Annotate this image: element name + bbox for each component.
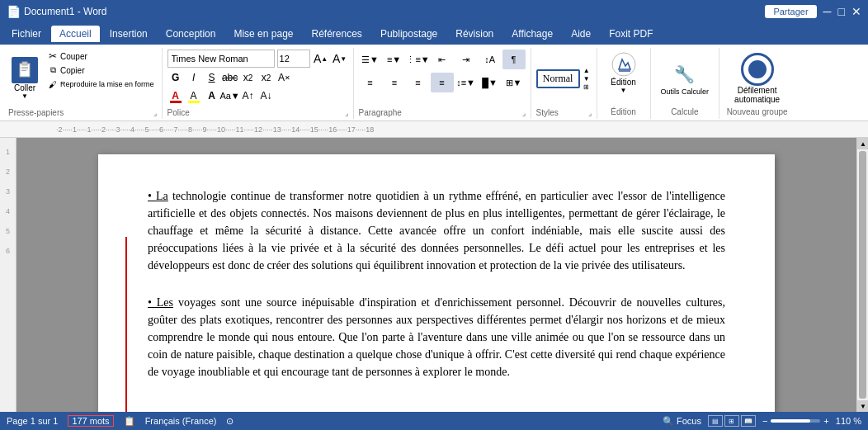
outils-button[interactable]: 🔧 Outils Calculer [656, 59, 715, 97]
menu-revision[interactable]: Révision [447, 26, 502, 42]
track-changes-icon[interactable]: 📋 [124, 416, 135, 427]
paste-icon [12, 57, 38, 83]
cut-label: Couper [60, 52, 87, 61]
pilcrow-button[interactable]: ¶ [502, 50, 526, 69]
font-row1: A▲ A▼ [167, 50, 348, 68]
bold-button[interactable]: G [167, 69, 184, 86]
print-view-button[interactable]: ▤ [708, 415, 723, 427]
highlight-button[interactable]: A [186, 87, 202, 104]
font-size-input[interactable] [277, 50, 310, 68]
copy-icon: ⧉ [47, 64, 59, 76]
superscript-button[interactable]: x2 [258, 69, 275, 86]
edition-icon [611, 51, 637, 78]
sort-button[interactable]: ↕A [479, 50, 502, 69]
text-grow-button[interactable]: A↑ [240, 87, 257, 104]
align-center-button[interactable]: ≡ [383, 73, 406, 92]
zoom-control[interactable]: − + 110 % [762, 416, 861, 426]
window-close[interactable]: ✕ [851, 5, 861, 18]
svg-rect-3 [21, 69, 28, 69]
outils-label: Outils Calculer [661, 87, 710, 96]
menu-references[interactable]: Références [304, 26, 370, 42]
styles-normal[interactable]: Normal [536, 69, 580, 88]
underline-button[interactable]: S [204, 69, 220, 86]
status-bar: Page 1 sur 1 177 mots 📋 Français (France… [0, 412, 868, 430]
edition-label: Édition [611, 78, 636, 87]
cut-icon: ✂ [47, 50, 59, 62]
menu-fichier[interactable]: Fichier [3, 26, 50, 42]
menu-affichage[interactable]: Affichage [503, 26, 561, 42]
menu-publipostage[interactable]: Publipostage [372, 26, 446, 42]
font-expand[interactable]: ⌟ [345, 109, 348, 117]
justify-button[interactable]: ≡ [431, 73, 454, 92]
paste-button[interactable]: Coller ▼ [8, 50, 41, 107]
word-count[interactable]: 177 mots [68, 415, 113, 427]
menu-conception[interactable]: Conception [158, 26, 224, 42]
paste-dropdown[interactable]: ▼ [21, 92, 28, 100]
share-button[interactable]: Partager [765, 5, 816, 18]
scroll-down-button[interactable]: ▼ [857, 400, 868, 412]
font-row3: A A A Aa▼ A↑ A↓ [167, 87, 348, 104]
zoom-bar[interactable] [771, 419, 820, 423]
decrease-indent-button[interactable]: ⇤ [431, 50, 454, 69]
line-spacing-button[interactable]: ↕≡▼ [455, 73, 478, 92]
menu-aide[interactable]: Aide [563, 26, 599, 42]
subscript-button[interactable]: x2 [240, 69, 257, 86]
font-color-button[interactable]: A [167, 87, 184, 104]
paragraph-2: • Les voyages sont une source inépuisabl… [148, 294, 725, 380]
language[interactable]: Français (France) [145, 416, 217, 426]
zoom-out-button[interactable]: − [762, 416, 767, 426]
copy-label: Copier [60, 66, 84, 75]
bullet-list-button[interactable]: ☰▼ [359, 50, 382, 69]
menu-accueil[interactable]: Accueil [51, 26, 100, 42]
scroll-up-button[interactable]: ▲ [857, 138, 868, 149]
font-name-input[interactable] [167, 50, 275, 68]
edition-group: Édition ▼ Édition [597, 48, 651, 119]
paragraph-group: ☰▼ ≡▼ ⋮≡▼ ⇤ ⇥ ↕A ¶ ≡ ≡ ≡ ≡ ↕≡▼ █▼ ⊞▼ [354, 48, 531, 119]
font-shrink-button[interactable]: A▼ [332, 50, 348, 67]
read-view-button[interactable]: 📖 [741, 415, 756, 427]
clipboard-main: Coller ▼ ✂ Couper ⧉ Copier 🖌 Reproduire … [8, 50, 157, 107]
edition-dropdown[interactable]: ▼ [620, 87, 627, 94]
text-shrink-button[interactable]: A↓ [258, 87, 275, 104]
font-grow-button[interactable]: A▲ [313, 50, 329, 67]
italic-button[interactable]: I [186, 69, 202, 86]
format-painter-button[interactable]: 🖌 Reproduire la mise en forme [45, 78, 157, 91]
window-maximize[interactable]: □ [838, 5, 845, 18]
strikethrough-button[interactable]: abc [222, 69, 238, 86]
para-expand[interactable]: ⌟ [522, 109, 526, 117]
menu-insertion[interactable]: Insertion [101, 26, 156, 42]
clipboard-expand[interactable]: ⌟ [153, 109, 157, 117]
accessibility-icon[interactable]: ⊙ [226, 416, 234, 427]
paragraph-2-text: voyages sont une source inépuisable d'in… [148, 296, 725, 378]
increase-indent-button[interactable]: ⇥ [455, 50, 478, 69]
border-button[interactable]: ⊞▼ [502, 73, 526, 92]
nouveau-group-label: Nouveau groupe [727, 107, 788, 116]
align-left-button[interactable]: ≡ [359, 73, 382, 92]
styles-expand[interactable]: ⌟ [588, 109, 592, 117]
cut-button[interactable]: ✂ Couper [45, 50, 157, 63]
bullet-1-marker: • La [148, 190, 168, 202]
shading-button[interactable]: █▼ [479, 73, 502, 92]
clear-format-button[interactable]: A✕ [276, 69, 293, 86]
align-right-button[interactable]: ≡ [407, 73, 430, 92]
document-area[interactable]: • La technologie continue de transformer… [17, 138, 856, 412]
defilement-button[interactable]: Défilement automatique [728, 50, 786, 107]
zoom-in-button[interactable]: + [823, 416, 828, 426]
case-button[interactable]: Aa▼ [222, 87, 238, 104]
menu-mise-en-page[interactable]: Mise en page [225, 26, 301, 42]
styles-scroll[interactable]: ▲ ▼ ⊞ [582, 65, 592, 92]
ribbon: Coller ▼ ✂ Couper ⧉ Copier 🖌 Reproduire … [0, 45, 868, 121]
edition-button[interactable]: Édition ▼ [606, 50, 642, 96]
scroll-thumb[interactable] [859, 151, 866, 399]
window-minimize[interactable]: ─ [823, 5, 832, 18]
multilevel-list-button[interactable]: ⋮≡▼ [407, 50, 430, 69]
copy-button[interactable]: ⧉ Copier [45, 64, 157, 77]
nouveau-group: Défilement automatique Nouveau groupe [719, 48, 795, 119]
para-controls: ☰▼ ≡▼ ⋮≡▼ ⇤ ⇥ ↕A ¶ ≡ ≡ ≡ ≡ ↕≡▼ █▼ ⊞▼ [359, 50, 526, 107]
numbered-list-button[interactable]: ≡▼ [383, 50, 406, 69]
svg-point-5 [612, 53, 635, 76]
font-color2-button[interactable]: A [204, 87, 220, 104]
menu-foxit[interactable]: Foxit PDF [601, 26, 661, 42]
scrollbar-right: ▲ ▼ [856, 138, 868, 412]
web-view-button[interactable]: ⊞ [724, 415, 739, 427]
